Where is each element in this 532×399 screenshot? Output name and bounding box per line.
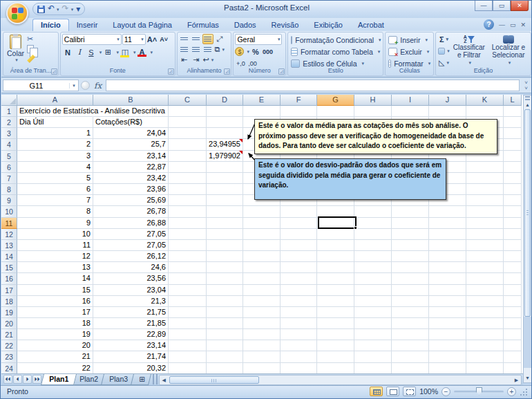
fill-icon[interactable]: ▾ — [437, 46, 450, 56]
cell-K11[interactable] — [466, 218, 504, 229]
cell-B21[interactable]: 22,89 — [93, 329, 169, 340]
cell-D10[interactable] — [207, 206, 243, 217]
cell-H19[interactable] — [354, 307, 392, 318]
cell-B8[interactable]: 23,96 — [93, 184, 169, 195]
cell-C5[interactable] — [169, 151, 207, 162]
cell-D17[interactable] — [207, 285, 243, 296]
cell-C6[interactable] — [169, 162, 207, 173]
font-color-icon[interactable]: A — [136, 47, 147, 57]
cell-G23[interactable] — [317, 351, 354, 362]
cell-F23[interactable] — [281, 351, 317, 362]
cell-A23[interactable]: 21 — [17, 351, 93, 362]
vscroll-thumb[interactable] — [524, 109, 531, 317]
clipboard-dialog-launcher[interactable]: ◿ — [51, 68, 57, 75]
cell-C18[interactable] — [169, 296, 207, 307]
column-header-E[interactable]: E — [243, 95, 281, 106]
fill-color-icon[interactable]: ◫ — [120, 47, 131, 57]
row-header-11[interactable]: 11 — [1, 218, 17, 229]
first-sheet-icon[interactable]: ⏴⏴ — [3, 375, 12, 384]
row-header-2[interactable]: 2 — [1, 117, 17, 128]
cell-B7[interactable]: 23,42 — [93, 173, 169, 184]
cell-E14[interactable] — [243, 251, 281, 262]
column-header-J[interactable]: J — [429, 95, 466, 106]
cell-H21[interactable] — [354, 329, 392, 340]
row-header-14[interactable]: 14 — [1, 251, 17, 262]
cell-H23[interactable] — [354, 351, 392, 362]
cell-K24[interactable] — [466, 363, 504, 373]
cell-B13[interactable]: 27,05 — [93, 240, 169, 251]
vsplit-handle[interactable] — [525, 96, 530, 100]
cell-C13[interactable] — [169, 240, 207, 251]
column-header-G[interactable]: G — [317, 95, 354, 106]
underline-button[interactable]: S — [86, 47, 97, 57]
cell-B11[interactable]: 26,88 — [93, 218, 169, 229]
cell-I19[interactable] — [392, 307, 429, 318]
hscroll-thumb[interactable] — [169, 376, 259, 384]
delete-cells-button[interactable]: Excluir▾ — [387, 46, 432, 57]
cell-C16[interactable] — [169, 273, 207, 284]
cell-D9[interactable] — [207, 195, 243, 206]
row-header-12[interactable]: 12 — [1, 229, 17, 240]
page-break-view-button[interactable] — [403, 387, 416, 396]
wrap-text-icon[interactable]: ↩▾ — [202, 55, 215, 65]
cell-L7[interactable] — [504, 173, 522, 184]
ribbon-tab-início[interactable]: Início — [32, 19, 69, 31]
cell-D8[interactable] — [207, 184, 243, 195]
cell-L4[interactable] — [504, 139, 522, 150]
cell-L2[interactable] — [504, 117, 522, 128]
cell-A7[interactable]: 5 — [17, 173, 93, 184]
cell-D6[interactable] — [207, 162, 243, 173]
row-header-5[interactable]: 5 — [1, 151, 17, 162]
cell-H24[interactable] — [354, 363, 392, 373]
cell-K22[interactable] — [466, 340, 504, 351]
sort-filter-button[interactable]: AZ Classificar e Filtrar▾ — [451, 34, 487, 68]
cell-D19[interactable] — [207, 307, 243, 318]
cell-B24[interactable]: 20,32 — [93, 363, 169, 373]
cell-D7[interactable] — [207, 173, 243, 184]
cell-J16[interactable] — [429, 273, 466, 284]
row-header-4[interactable]: 4 — [1, 139, 17, 150]
restore-button[interactable]: ▭ — [493, 1, 511, 11]
row-header-18[interactable]: 18 — [1, 296, 17, 307]
fill-color-dropdown-icon[interactable]: ▾ — [133, 50, 136, 55]
vscroll-down-icon[interactable]: ▼ — [524, 374, 531, 382]
cell-G22[interactable] — [317, 340, 354, 351]
cell-A8[interactable]: 6 — [17, 184, 93, 195]
decrease-indent-icon[interactable]: ⇤ — [179, 55, 190, 65]
increase-indent-icon[interactable]: ⇥ — [191, 55, 202, 65]
cell-C12[interactable] — [169, 229, 207, 240]
ribbon-tab-dados[interactable]: Dados — [227, 19, 264, 31]
workbook-minimize-icon[interactable]: — — [499, 21, 505, 28]
cell-D23[interactable] — [207, 351, 243, 362]
cell-G1[interactable] — [317, 106, 354, 117]
cell-K15[interactable] — [466, 262, 504, 273]
row-header-24[interactable]: 24 — [1, 363, 17, 373]
row-header-1[interactable]: 1 — [1, 106, 17, 117]
formula-input[interactable] — [106, 80, 520, 91]
cell-J13[interactable] — [429, 240, 466, 251]
cell-F15[interactable] — [281, 262, 317, 273]
cell-F17[interactable] — [281, 285, 317, 296]
cell-H11[interactable] — [354, 218, 392, 229]
cell-D24[interactable] — [207, 363, 243, 373]
cell-E19[interactable] — [243, 307, 281, 318]
ribbon-tab-inserir[interactable]: Inserir — [69, 19, 106, 31]
cell-E13[interactable] — [243, 240, 281, 251]
cell-J24[interactable] — [429, 363, 466, 373]
cell-K10[interactable] — [466, 206, 504, 217]
cell-H14[interactable] — [354, 251, 392, 262]
cell-H20[interactable] — [354, 318, 392, 329]
cell-B12[interactable]: 27,05 — [93, 229, 169, 240]
cell-D21[interactable] — [207, 329, 243, 340]
row-header-10[interactable]: 10 — [1, 206, 17, 217]
cell-C11[interactable] — [169, 218, 207, 229]
ribbon-tab-acrobat[interactable]: Acrobat — [350, 19, 392, 31]
cell-K21[interactable] — [466, 329, 504, 340]
font-color-dropdown-icon[interactable]: ▾ — [150, 50, 153, 55]
cell-B14[interactable]: 26,12 — [93, 251, 169, 262]
cell-F20[interactable] — [281, 318, 317, 329]
row-header-15[interactable]: 15 — [1, 262, 17, 273]
accounting-format-icon[interactable]: $ — [235, 47, 244, 56]
cell-C10[interactable] — [169, 206, 207, 217]
cell-K16[interactable] — [466, 273, 504, 284]
